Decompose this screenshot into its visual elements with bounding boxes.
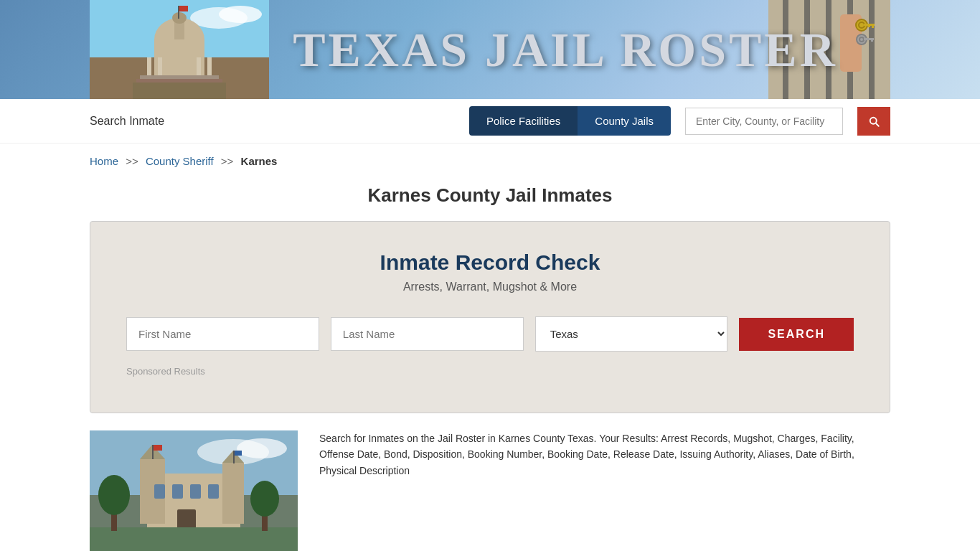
nav-bar: Search Inmate Police Facilities County J… <box>0 99 980 143</box>
breadcrumb-home[interactable]: Home <box>90 155 118 167</box>
karnes-building-image <box>90 430 298 551</box>
svg-rect-45 <box>154 484 165 499</box>
county-jails-button[interactable]: County Jails <box>578 106 671 136</box>
svg-rect-17 <box>133 83 226 99</box>
search-fields: AlabamaAlaskaArizonaArkansasCaliforniaCo… <box>126 316 854 352</box>
facility-type-buttons: Police Facilities County Jails <box>469 106 671 136</box>
svg-point-4 <box>219 6 262 23</box>
breadcrumb-sep2: >> <box>221 155 234 167</box>
bottom-section: Search for Inmates on the Jail Roster in… <box>0 430 980 551</box>
svg-rect-50 <box>152 445 154 459</box>
svg-rect-14 <box>179 6 188 11</box>
facility-search-input[interactable] <box>685 108 843 135</box>
bottom-description: Search for Inmates on the Jail Roster in… <box>319 430 890 551</box>
svg-rect-48 <box>208 484 219 499</box>
svg-point-58 <box>250 481 279 517</box>
sponsored-results-label: Sponsored Results <box>126 366 854 377</box>
search-box-subtitle: Arrests, Warrant, Mugshot & More <box>126 281 854 293</box>
facility-search-button[interactable] <box>857 107 890 136</box>
header-banner: Texas Jail Roster <box>0 0 980 99</box>
breadcrumb-sep1: >> <box>126 155 138 167</box>
state-select[interactable]: AlabamaAlaskaArizonaArkansasCaliforniaCo… <box>535 316 728 352</box>
svg-rect-43 <box>222 463 244 524</box>
police-facilities-button[interactable]: Police Facilities <box>469 106 578 136</box>
svg-rect-46 <box>172 484 183 499</box>
svg-rect-51 <box>154 445 162 451</box>
inmate-search-box: Inmate Record Check Arrests, Warrant, Mu… <box>90 221 890 413</box>
first-name-input[interactable] <box>126 317 319 351</box>
svg-rect-13 <box>178 6 179 19</box>
svg-rect-16 <box>136 79 222 83</box>
svg-rect-47 <box>190 484 201 499</box>
breadcrumb-current: Karnes <box>241 155 278 167</box>
svg-rect-53 <box>235 451 242 456</box>
last-name-input[interactable] <box>331 317 524 351</box>
search-icon <box>867 115 880 128</box>
site-title: Texas Jail Roster <box>293 22 838 78</box>
search-box-title: Inmate Record Check <box>126 250 854 275</box>
page-title: Karnes County Jail Inmates <box>0 174 980 221</box>
karnes-image <box>90 430 298 551</box>
svg-rect-52 <box>233 451 235 463</box>
inmate-search-button[interactable]: SEARCH <box>739 318 854 351</box>
svg-point-39 <box>237 438 287 458</box>
breadcrumb-county-sheriff[interactable]: County Sheriff <box>146 155 214 167</box>
search-inmate-label: Search Inmate <box>90 115 455 128</box>
breadcrumb: Home >> County Sheriff >> Karnes <box>0 143 980 174</box>
svg-point-56 <box>98 475 130 515</box>
